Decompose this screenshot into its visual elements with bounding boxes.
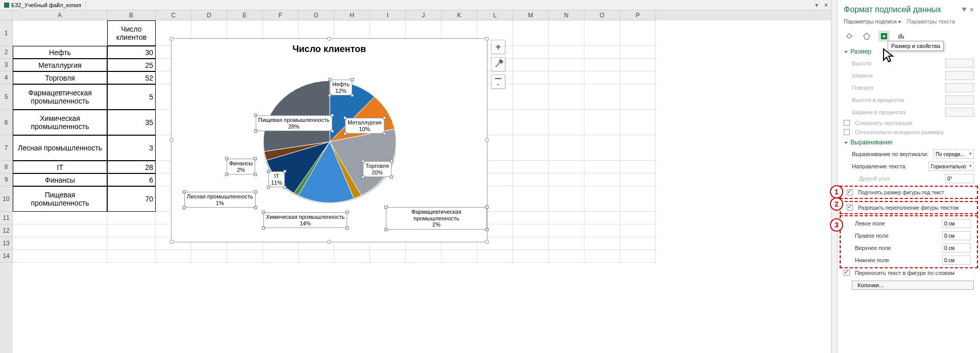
col-header[interactable]: N: [549, 10, 584, 20]
svg-rect-3: [898, 35, 900, 39]
cell[interactable]: Торговля: [13, 71, 107, 84]
row-header[interactable]: 5: [0, 84, 13, 110]
row-header[interactable]: 13: [0, 237, 13, 250]
cell[interactable]: 5: [107, 84, 156, 110]
inp-top-margin[interactable]: 0 см: [942, 243, 971, 253]
lbl-rel-original: Относительно исходного размера: [855, 129, 974, 135]
funnel-icon: [495, 78, 502, 85]
panel-resize-handle[interactable]: [831, 0, 837, 353]
size-properties-icon[interactable]: [878, 31, 890, 42]
data-label[interactable]: IT11%: [268, 171, 285, 187]
cell[interactable]: 35: [107, 110, 156, 135]
col-header[interactable]: B: [107, 10, 156, 20]
cell[interactable]: 3: [107, 135, 156, 161]
fill-icon[interactable]: [844, 31, 855, 42]
col-header[interactable]: O: [584, 10, 620, 20]
lbl-top-margin: Верхнее поле: [855, 245, 939, 251]
col-header[interactable]: M: [513, 10, 549, 20]
row-header[interactable]: 14: [0, 250, 13, 263]
pane-close-icon[interactable]: ×: [970, 6, 974, 14]
data-label[interactable]: Фармацевтическая промышленность2%: [386, 207, 487, 230]
chart-object[interactable]: Число клиентов Нефть12%Металлургия10%Тор…: [171, 38, 487, 242]
worksheet[interactable]: ABCDEFGHIJKLMNOP 1234567891011121314 Чис…: [0, 10, 831, 353]
chart-side-buttons: [491, 40, 505, 89]
col-header[interactable]: D: [191, 10, 227, 20]
row-header[interactable]: 7: [0, 135, 13, 161]
lbl-width: Ширина: [852, 72, 942, 79]
cell[interactable]: 6: [107, 173, 156, 186]
data-label[interactable]: Торговля20%: [363, 161, 391, 177]
lbl-overflow: Разрешить переполнение фигуры текстом: [858, 205, 971, 211]
cell[interactable]: 70: [107, 186, 156, 212]
cb-autofit[interactable]: [847, 189, 853, 195]
row-header[interactable]: 12: [0, 224, 13, 237]
row-header[interactable]: 3: [0, 59, 13, 71]
row-header[interactable]: 2: [0, 46, 13, 59]
row-header[interactable]: 6: [0, 110, 13, 135]
cell[interactable]: Лесная промышленность: [13, 135, 107, 161]
col-header[interactable]: F: [263, 10, 299, 20]
inp-other-angle[interactable]: 0°: [945, 174, 974, 183]
chart-title[interactable]: Число клиентов: [172, 44, 487, 55]
col-header[interactable]: C: [156, 10, 191, 20]
col-header[interactable]: H: [334, 10, 370, 20]
cell[interactable]: Химическая промышленность: [13, 110, 107, 135]
cell[interactable]: Нефть: [13, 46, 107, 59]
cell[interactable]: 30: [107, 46, 156, 59]
cb-wrap[interactable]: [844, 270, 850, 276]
col-header[interactable]: L: [477, 10, 513, 20]
cell[interactable]: Фармацевтическая промышленность: [13, 84, 107, 110]
cell[interactable]: 52: [107, 71, 156, 84]
label-options-icon[interactable]: [896, 31, 907, 42]
row-header[interactable]: 11: [0, 212, 13, 224]
cell[interactable]: Финансы: [13, 173, 107, 186]
lbl-height-pct: Высота в процентах: [852, 97, 942, 103]
col-header[interactable]: G: [299, 10, 334, 20]
dd-valign[interactable]: По середи...: [933, 149, 974, 159]
data-label[interactable]: Нефть12%: [330, 80, 352, 95]
workbook-tab[interactable]: E32_Учебный файл_копия: [0, 2, 86, 9]
lbl-bottom-margin: Нижнее поле: [855, 257, 939, 263]
cell[interactable]: Пищевая промышленность: [13, 186, 107, 212]
chart-elements-button[interactable]: [491, 40, 505, 54]
cell[interactable]: Число клиентов: [107, 20, 156, 46]
row-header[interactable]: 1: [0, 20, 13, 46]
section-alignment[interactable]: Выравнивание: [838, 137, 980, 148]
col-header[interactable]: A: [13, 10, 107, 20]
dd-textdir[interactable]: Горизонтально: [928, 162, 974, 171]
btn-columns[interactable]: Колонки...: [852, 281, 974, 290]
col-header[interactable]: I: [370, 10, 406, 20]
chart-styles-button[interactable]: [491, 57, 505, 71]
effects-icon[interactable]: [861, 31, 872, 42]
data-label[interactable]: Пищевая промышленность28%: [256, 115, 332, 131]
row-header[interactable]: 10: [0, 186, 13, 212]
lbl-width-pct: Ширина в процентах: [852, 109, 942, 115]
inp-right-margin[interactable]: 0 см: [942, 231, 971, 240]
col-header[interactable]: P: [620, 10, 656, 20]
inp-bottom-margin[interactable]: 0 см: [942, 256, 971, 265]
tab-text-options[interactable]: Параметры текста: [907, 18, 955, 24]
data-label[interactable]: Металлургия10%: [345, 118, 384, 134]
inp-rotation: [945, 83, 974, 92]
data-label[interactable]: Лесная промышленность1%: [184, 192, 256, 208]
data-label[interactable]: Химическая промышленность14%: [263, 212, 347, 228]
row-header[interactable]: 9: [0, 173, 13, 186]
cell[interactable]: IT: [13, 161, 107, 173]
select-all-corner[interactable]: [0, 10, 13, 20]
inp-left-margin[interactable]: 0 см: [942, 219, 971, 228]
row-header[interactable]: 8: [0, 161, 13, 173]
lbl-rotation: Поворот: [852, 85, 942, 91]
pane-dropdown-icon[interactable]: [962, 8, 967, 12]
cell[interactable]: 28: [107, 161, 156, 173]
col-header[interactable]: E: [227, 10, 263, 20]
row-header[interactable]: 4: [0, 71, 13, 84]
cursor-icon: [883, 48, 897, 64]
data-label[interactable]: Финансы2%: [227, 159, 255, 174]
chart-filters-button[interactable]: [491, 74, 505, 89]
cb-overflow[interactable]: [847, 205, 853, 211]
col-header[interactable]: K: [442, 10, 477, 20]
cell[interactable]: Металлургия: [13, 59, 107, 71]
col-header[interactable]: J: [406, 10, 442, 20]
tab-label-options[interactable]: Параметры подписи ▾: [844, 18, 901, 24]
cell[interactable]: 25: [107, 59, 156, 71]
